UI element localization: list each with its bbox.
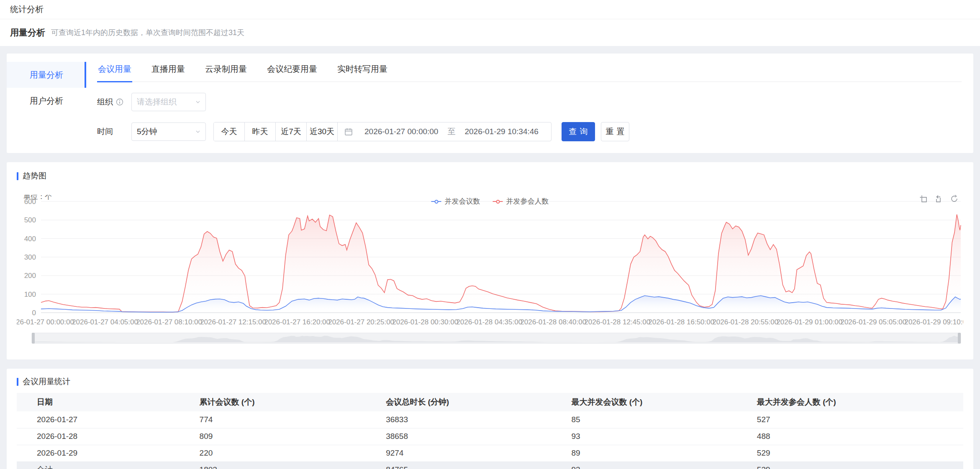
svg-text:2026-01-28 16:50:00: 2026-01-28 16:50:00 — [648, 318, 714, 326]
sidebar-item-user-analysis[interactable]: 用户分析 — [7, 88, 86, 114]
trend-chart-plot[interactable]: 0100200300400500600单位：个2026-01-27 00:00:… — [17, 195, 963, 329]
data-zoom-icon[interactable] — [919, 195, 927, 203]
table-cell: 93 — [572, 461, 757, 469]
table-cell: 529 — [757, 461, 963, 469]
tab-3[interactable]: 会议纪要用量 — [266, 61, 318, 82]
table-cell: 529 — [757, 445, 963, 461]
zoom-reset-icon[interactable] — [935, 195, 943, 203]
quick-range-2[interactable]: 近7天 — [276, 122, 307, 141]
slider-handle-left[interactable] — [32, 333, 35, 344]
table-col-header-0: 日期 — [17, 393, 200, 411]
filter-main: 会议用量直播用量云录制用量会议纪要用量实时转写用量 组织 请选择组织 时间 5分… — [86, 54, 973, 153]
reset-button[interactable]: 重置 — [601, 122, 629, 141]
page-subheader: 用量分析 可查询近1年内的历史数据，单次查询时间范围不超过31天 — [0, 19, 980, 46]
end-date-value[interactable]: 2026-01-29 10:34:46 — [464, 127, 538, 136]
svg-text:2026-01-29 05:05:00: 2026-01-29 05:05:00 — [840, 318, 906, 326]
svg-text:2026-01-28 00:30:00: 2026-01-28 00:30:00 — [392, 318, 458, 326]
calendar-icon — [344, 127, 353, 136]
svg-text:100: 100 — [24, 291, 36, 298]
svg-text:400: 400 — [24, 235, 36, 243]
table-cell: 2026-01-29 — [17, 445, 200, 461]
section-accent-bar — [17, 378, 18, 386]
svg-text:2026-01-29 09:10:00: 2026-01-29 09:10:00 — [904, 318, 963, 326]
module-description: 可查询近1年内的历史数据，单次查询时间范围不超过31天 — [51, 28, 244, 38]
svg-text:0: 0 — [32, 309, 36, 317]
top-nav-bar: 统计分析 — [0, 0, 980, 19]
svg-text:200: 200 — [24, 272, 36, 280]
table-cell: 38658 — [386, 428, 571, 445]
quick-range-group: 今天昨天近7天近30天 — [214, 122, 338, 141]
usage-tabs: 会议用量直播用量云录制用量会议纪要用量实时转写用量 — [97, 61, 962, 82]
svg-text:2026-01-27 16:20:00: 2026-01-27 16:20:00 — [264, 318, 330, 326]
time-label: 时间 — [97, 126, 131, 137]
restore-refresh-icon[interactable] — [950, 195, 958, 203]
table-cell: 809 — [200, 428, 386, 445]
table-col-header-1: 累计会议数 (个) — [200, 393, 386, 411]
svg-text:2026-01-27 20:25:00: 2026-01-27 20:25:00 — [328, 318, 394, 326]
table-col-header-4: 最大并发参会人数 (个) — [757, 393, 963, 411]
date-range-picker[interactable]: 2026-01-27 00:00:00 至 2026-01-29 10:34:4… — [338, 122, 551, 141]
module-title: 用量分析 — [10, 27, 45, 38]
table-cell: 220 — [200, 445, 386, 461]
chart-section-title: 趋势图 — [23, 171, 46, 181]
table-section-head: 会议用量统计 — [17, 376, 963, 387]
slider-handle-right[interactable] — [958, 333, 961, 344]
tab-4[interactable]: 实时转写用量 — [336, 61, 388, 82]
table-cell: 527 — [757, 411, 963, 428]
svg-text:2026-01-27 12:15:00: 2026-01-27 12:15:00 — [200, 318, 266, 326]
table-cell: 93 — [572, 428, 757, 445]
svg-text:2026-01-28 20:55:00: 2026-01-28 20:55:00 — [712, 318, 778, 326]
date-separator: 至 — [447, 126, 455, 137]
svg-text:2026-01-27 08:10:00: 2026-01-27 08:10:00 — [136, 318, 202, 326]
table-cell: 488 — [757, 428, 963, 445]
quick-range-3[interactable]: 近30天 — [307, 122, 338, 141]
table-cell: 9274 — [386, 445, 571, 461]
data-zoom-slider[interactable] — [17, 333, 963, 344]
section-accent-bar — [17, 172, 18, 180]
legend-label: 并发会议数 — [445, 196, 480, 206]
svg-text:单位：个: 单位：个 — [23, 195, 52, 201]
analysis-side-nav: 用量分析用户分析 — [7, 54, 86, 153]
table-cell: 2026-01-28 — [17, 428, 200, 445]
search-button[interactable]: 查询 — [562, 122, 595, 141]
tab-1[interactable]: 直播用量 — [151, 61, 186, 82]
table-cell: 2026-01-27 — [17, 411, 200, 428]
legend-marker-icon — [431, 201, 441, 202]
start-date-value[interactable]: 2026-01-27 00:00:00 — [364, 127, 438, 136]
page-title: 统计分析 — [10, 4, 44, 15]
org-select[interactable]: 请选择组织 — [131, 93, 206, 111]
legend-marker-icon — [493, 201, 503, 202]
org-form-row: 组织 请选择组织 — [97, 93, 962, 111]
trend-chart: 并发会议数并发参会人数 0100200300400500600单位：个2026-… — [17, 195, 963, 344]
info-icon[interactable] — [116, 98, 123, 106]
chevron-down-icon — [195, 129, 200, 134]
chevron-down-icon — [195, 99, 200, 105]
table-row: 2026-01-29220927489529 — [17, 445, 963, 461]
date-range-control: 今天昨天近7天近30天 2026-01-27 00:00:00 至 2026-0… — [213, 122, 552, 141]
table-section-title: 会议用量统计 — [23, 376, 70, 387]
series-area-1 — [41, 214, 961, 313]
table-col-header-2: 会议总时长 (分钟) — [386, 393, 571, 411]
svg-text:2026-01-28 08:40:00: 2026-01-28 08:40:00 — [520, 318, 586, 326]
filter-panel: 用量分析用户分析 会议用量直播用量云录制用量会议纪要用量实时转写用量 组织 请选… — [7, 54, 973, 153]
table-cell: 89 — [572, 445, 757, 461]
tab-2[interactable]: 云录制用量 — [204, 61, 248, 82]
tab-0[interactable]: 会议用量 — [97, 61, 132, 82]
legend-label: 并发参会人数 — [506, 196, 549, 206]
table-cell: 774 — [200, 411, 386, 428]
svg-text:2026-01-28 04:35:00: 2026-01-28 04:35:00 — [456, 318, 522, 326]
table-total-row: 合计18038476593529 — [17, 461, 963, 469]
quick-range-1[interactable]: 昨天 — [245, 122, 276, 141]
org-select-placeholder: 请选择组织 — [137, 97, 195, 107]
chart-section-head: 趋势图 — [17, 171, 963, 181]
table-cell: 85 — [572, 411, 757, 428]
sidebar-item-usage-analysis[interactable]: 用量分析 — [7, 62, 86, 88]
quick-range-0[interactable]: 今天 — [214, 122, 245, 141]
svg-text:2026-01-29 01:00:00: 2026-01-29 01:00:00 — [776, 318, 842, 326]
legend-item-1[interactable]: 并发参会人数 — [493, 196, 549, 206]
table-row: 2026-01-288093865893488 — [17, 428, 963, 445]
legend-item-0[interactable]: 并发会议数 — [431, 196, 480, 206]
table-col-header-3: 最大并发会议数 (个) — [572, 393, 757, 411]
chart-legend: 并发会议数并发参会人数 — [431, 196, 549, 206]
granularity-select[interactable]: 5分钟 — [131, 122, 206, 141]
